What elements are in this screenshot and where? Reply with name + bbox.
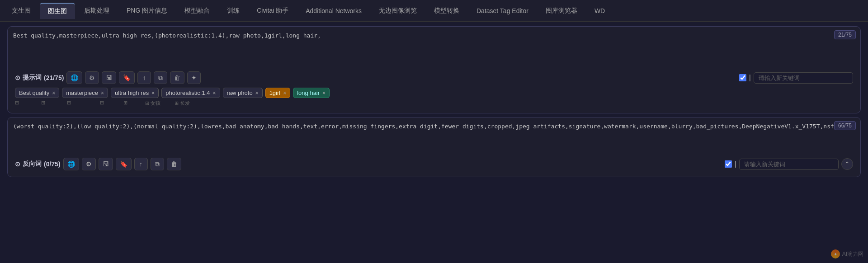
tag-close[interactable]: × — [322, 90, 326, 96]
tab-txt2img[interactable]: 文生图 — [4, 3, 39, 19]
tab-wd[interactable]: WD — [586, 4, 613, 18]
watermark: ✦ AI滴力网 — [831, 249, 863, 258]
tag-long-hair: long hair × — [293, 88, 330, 98]
positive-toolbar: ⊙ 提示词 (21/75) 🌐 ⚙ 🖫 🔖 ↑ ⧉ � — [13, 69, 855, 86]
tag-text: 1girl — [269, 89, 281, 96]
sparkle-icon: ✦ — [191, 74, 197, 81]
tag-text: photorealistic:1.4 — [165, 89, 210, 96]
neg-copy-icon: ⧉ — [155, 160, 160, 168]
neg-upload-icon: ↑ — [139, 160, 142, 168]
tag-best-quality: Best quality × — [15, 88, 59, 98]
neg-keyword-input[interactable] — [739, 159, 839, 170]
scroll-up-button[interactable]: ⌃ — [841, 158, 853, 170]
tag-sub-spacer3 — [74, 100, 97, 107]
neg-settings-btn[interactable]: ⚙ — [82, 158, 96, 170]
up-arrow-icon: ⌃ — [844, 160, 850, 168]
negative-section-label[interactable]: ⊙ 反向词 (0/75) — [15, 160, 61, 168]
trash-icon: 🗑 — [174, 74, 180, 81]
tag-raw-photo: raw photo × — [223, 88, 263, 98]
watermark-icon: ✦ — [831, 249, 840, 258]
checkbox-wrapper: | — [739, 74, 751, 82]
tab-train[interactable]: 训练 — [219, 3, 248, 19]
neg-bookmark-btn[interactable]: 🔖 — [116, 158, 132, 170]
tab-png-info[interactable]: PNG 图片信息 — [118, 3, 175, 19]
clear-btn[interactable]: 🗑 — [170, 71, 184, 84]
neg-save-icon: 🖫 — [103, 160, 109, 168]
tag-close[interactable]: × — [101, 90, 104, 96]
upload-btn[interactable]: ↑ — [137, 71, 151, 84]
negative-prompt-textarea[interactable]: (worst quality:2),(low quality:2),(norma… — [13, 122, 855, 154]
neg-trash-icon: 🗑 — [171, 160, 177, 168]
chevron-down-icon: ⊙ — [15, 74, 20, 81]
tab-infinite-canvas[interactable]: 无边图像浏览 — [371, 3, 425, 19]
tab-dataset-tag[interactable]: Dataset Tag Editor — [468, 4, 537, 18]
tag-sub-masterpiece[interactable]: ⊞ — [41, 100, 45, 107]
bookmark-icon: 🔖 — [123, 74, 131, 81]
gear-icon: ⚙ — [89, 74, 95, 81]
positive-tags-row: Best quality × masterpiece × ultra high … — [13, 86, 855, 99]
tag-sub-spacer1 — [22, 100, 38, 107]
copy-icon: ⧉ — [158, 74, 163, 82]
globe-icon: 🌐 — [71, 74, 78, 81]
tab-bar: 文生图 图生图 后期处理 PNG 图片信息 模型融合 训练 Civitai 助手… — [0, 0, 868, 22]
tab-gallery[interactable]: 图库浏览器 — [538, 3, 585, 19]
upload-icon: ↑ — [143, 74, 146, 81]
magic-btn[interactable]: ✦ — [187, 71, 201, 84]
tag-sub-best-quality[interactable]: ⊞ — [15, 100, 19, 107]
positive-section-label[interactable]: ⊙ 提示词 (21/75) — [15, 74, 64, 82]
positive-token-badge: 21/75 — [834, 30, 856, 39]
tag-sub-row: ⊞ ⊞ ⊞ ⊞ ⊞ ⊞ 女孩 ⊞ 长发 — [13, 99, 855, 108]
main-content: 21/75 Best quality,masterpiece,ultra hig… — [0, 22, 868, 182]
tab-civitai[interactable]: Civitai 助手 — [249, 3, 297, 19]
negative-token-badge: 66/75 — [834, 121, 856, 130]
tag-sub-photo[interactable]: ⊞ — [100, 100, 104, 107]
tag-sub-spacer4 — [107, 100, 121, 107]
tag-sub-spacer6 — [163, 100, 171, 107]
load-style-btn[interactable]: 🔖 — [119, 71, 135, 84]
save-style-btn[interactable]: 🖫 — [102, 71, 116, 84]
neg-copy-btn[interactable]: ⧉ — [151, 158, 164, 170]
keyword-input[interactable] — [754, 72, 853, 84]
tag-sub-longhair[interactable]: ⊞ 长发 — [175, 100, 190, 107]
neg-save-btn[interactable]: 🖫 — [99, 158, 113, 170]
tag-close[interactable]: × — [283, 90, 286, 96]
tag-close[interactable]: × — [255, 90, 259, 96]
tag-close[interactable]: × — [213, 90, 216, 96]
tag-masterpiece: masterpiece × — [62, 88, 108, 98]
positive-prompt-textarea[interactable]: Best quality,masterpiece,ultra high res,… — [13, 31, 855, 67]
enable-checkbox[interactable] — [739, 74, 746, 81]
tag-sub-1girl[interactable]: ⊞ 女孩 — [145, 100, 160, 107]
neg-enable-checkbox[interactable] — [725, 160, 732, 168]
tab-model-convert[interactable]: 模型转换 — [426, 3, 467, 19]
negative-prompt-card: 66/75 (worst quality:2),(low quality:2),… — [7, 117, 861, 177]
tag-close[interactable]: × — [151, 90, 155, 96]
cursor-icon: | — [749, 74, 751, 82]
neg-translate-btn[interactable]: 🌐 — [63, 158, 79, 170]
neg-upload-btn[interactable]: ↑ — [134, 158, 148, 170]
copy-btn[interactable]: ⧉ — [154, 71, 167, 84]
tag-photorealistic: photorealistic:1.4 × — [161, 88, 220, 98]
translate-btn[interactable]: 🌐 — [66, 71, 82, 84]
tab-postprocess[interactable]: 后期处理 — [76, 3, 118, 19]
tab-img2img[interactable]: 图生图 — [40, 3, 75, 19]
negative-label-count: (0/75) — [44, 160, 61, 168]
tag-1girl: 1girl × — [265, 88, 291, 98]
neg-clear-btn[interactable]: 🗑 — [167, 158, 181, 170]
tag-text: ultra high res — [115, 89, 149, 96]
tab-additional-networks[interactable]: Additional Networks — [297, 4, 370, 18]
positive-label-text: 提示词 — [23, 74, 42, 82]
tab-model-merge[interactable]: 模型融合 — [176, 3, 218, 19]
tag-text: long hair — [297, 89, 320, 96]
neg-checkbox-wrapper: | — [725, 160, 736, 168]
tag-text: raw photo — [227, 89, 253, 96]
tag-ultra-high-res: ultra high res × — [111, 88, 159, 98]
tag-text: masterpiece — [66, 89, 98, 96]
tag-sub-ultra[interactable]: ⊞ — [67, 100, 71, 107]
negative-toolbar: ⊙ 反向词 (0/75) 🌐 ⚙ 🖫 🔖 ↑ ⧉ 🗑 — [13, 155, 855, 172]
neg-bookmark-icon: 🔖 — [120, 160, 127, 168]
tag-sub-spacer5 — [130, 100, 143, 107]
neg-globe-icon: 🌐 — [67, 160, 75, 168]
settings-btn[interactable]: ⚙ — [85, 71, 99, 84]
tag-sub-raw[interactable]: ⊞ — [123, 100, 127, 107]
tag-close[interactable]: × — [52, 90, 55, 96]
